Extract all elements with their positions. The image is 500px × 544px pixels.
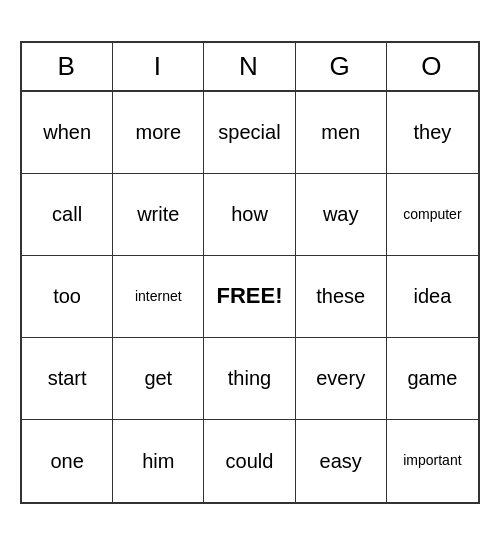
bingo-cell: get — [113, 338, 204, 420]
bingo-cell-word: they — [413, 120, 451, 144]
bingo-cell: these — [296, 256, 387, 338]
bingo-cell: easy — [296, 420, 387, 502]
bingo-cell: start — [22, 338, 113, 420]
bingo-cell-word: thing — [228, 366, 271, 390]
bingo-header-letter: N — [204, 43, 295, 90]
bingo-cell-word: him — [142, 449, 174, 473]
bingo-cell-word: how — [231, 202, 268, 226]
bingo-cell-word: one — [50, 449, 83, 473]
bingo-cell: FREE! — [204, 256, 295, 338]
bingo-cell: way — [296, 174, 387, 256]
bingo-cell: every — [296, 338, 387, 420]
bingo-header-letter: I — [113, 43, 204, 90]
bingo-cell-word: easy — [320, 449, 362, 473]
bingo-cell: when — [22, 92, 113, 174]
bingo-cell: how — [204, 174, 295, 256]
bingo-cell: could — [204, 420, 295, 502]
bingo-cell-word: way — [323, 202, 359, 226]
bingo-cell-word: idea — [413, 284, 451, 308]
bingo-cell: one — [22, 420, 113, 502]
bingo-cell: call — [22, 174, 113, 256]
bingo-cell: they — [387, 92, 478, 174]
bingo-cell-word: internet — [135, 288, 182, 305]
bingo-cell: men — [296, 92, 387, 174]
bingo-cell-word: when — [43, 120, 91, 144]
bingo-header-letter: B — [22, 43, 113, 90]
bingo-cell: more — [113, 92, 204, 174]
bingo-cell: too — [22, 256, 113, 338]
bingo-cell: computer — [387, 174, 478, 256]
bingo-cell: special — [204, 92, 295, 174]
bingo-grid: whenmorespecialmentheycallwritehowwaycom… — [22, 92, 478, 502]
bingo-header-letter: G — [296, 43, 387, 90]
bingo-cell-word: too — [53, 284, 81, 308]
bingo-cell-word: write — [137, 202, 179, 226]
bingo-cell-word: more — [136, 120, 182, 144]
bingo-header: BINGO — [22, 43, 478, 92]
bingo-cell: important — [387, 420, 478, 502]
bingo-card: BINGO whenmorespecialmentheycallwritehow… — [20, 41, 480, 504]
bingo-cell-word: call — [52, 202, 82, 226]
bingo-cell-word: could — [226, 449, 274, 473]
bingo-cell-word: start — [48, 366, 87, 390]
bingo-cell-word: FREE! — [216, 283, 282, 309]
bingo-cell: internet — [113, 256, 204, 338]
bingo-cell: him — [113, 420, 204, 502]
bingo-cell: thing — [204, 338, 295, 420]
bingo-cell-word: important — [403, 452, 461, 469]
bingo-header-letter: O — [387, 43, 478, 90]
bingo-cell: write — [113, 174, 204, 256]
bingo-cell-word: get — [144, 366, 172, 390]
bingo-cell-word: every — [316, 366, 365, 390]
bingo-cell-word: game — [407, 366, 457, 390]
bingo-cell: game — [387, 338, 478, 420]
bingo-cell-word: men — [321, 120, 360, 144]
bingo-cell: idea — [387, 256, 478, 338]
bingo-cell-word: these — [316, 284, 365, 308]
bingo-cell-word: computer — [403, 206, 461, 223]
bingo-cell-word: special — [218, 120, 280, 144]
